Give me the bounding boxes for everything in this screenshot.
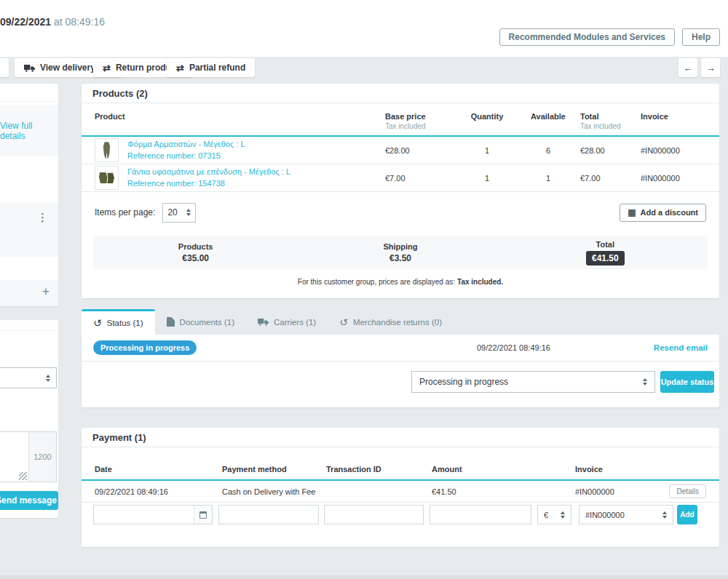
help-button[interactable]: Help <box>682 28 720 46</box>
add-discount-label: Add a discount <box>641 208 698 217</box>
history-icon: ↺ <box>93 318 102 328</box>
cell-available: 1 <box>516 174 580 183</box>
status-panel: Processing in progress 09/22/2021 08:49:… <box>82 335 719 407</box>
col-invoice-header: Invoice <box>641 112 706 121</box>
private-note-section: + <box>0 280 58 306</box>
status-badge: Processing in progress <box>93 340 197 355</box>
table-row: Γάντια υφασμάτινα με επένδυση - Μέγεθος … <box>82 164 719 192</box>
products-panel-title: Products (2) <box>82 84 719 103</box>
add-payment-row: € #IN000000 Add <box>82 505 719 524</box>
add-payment-button[interactable]: Add <box>677 505 697 524</box>
customer-details-section: View full details <box>0 105 58 156</box>
totals-shipping-label: Shipping <box>383 242 417 251</box>
cell-invoice: #IN000000 <box>575 487 669 496</box>
totals-products-label: Products <box>178 242 213 251</box>
products-table-header: Product Base price Tax included Quantity… <box>82 103 719 137</box>
status-select-value: Processing in progress <box>419 377 508 387</box>
payment-date-field <box>93 505 213 524</box>
col-quantity-header: Quantity <box>458 112 516 121</box>
invoice-select[interactable]: #IN000000 <box>579 505 673 524</box>
totals-shipping-value: €3.50 <box>389 253 411 263</box>
tab-documents-label: Documents (1) <box>180 318 234 327</box>
address-section: ⋮ <box>0 202 58 257</box>
order-toolbar: View delivery slip ⇄ Return products ⇄ P… <box>0 58 728 79</box>
next-order-button[interactable]: → <box>701 58 720 77</box>
partial-refund-button[interactable]: ⇄ Partial refund <box>167 58 255 77</box>
tab-merchandise-returns[interactable]: ↺ Merchandise returns (0) <box>328 309 454 335</box>
cell-invoice: #IN000000 <box>641 174 706 183</box>
view-full-details-link[interactable]: View full details <box>0 121 58 141</box>
plus-icon[interactable]: + <box>42 284 50 299</box>
messages-panel: 1200 Send message <box>0 320 58 518</box>
product-reference-link[interactable]: Reference number: 07315 <box>127 151 245 162</box>
tab-carriers[interactable]: Carriers (1) <box>246 309 328 335</box>
page-header: 09/22/2021 at 08:49:16 Recommended Modul… <box>0 0 728 57</box>
cell-available: 6 <box>516 146 580 155</box>
right-arrow-icon: → <box>706 63 716 73</box>
transaction-id-input[interactable] <box>324 505 424 524</box>
document-icon <box>167 317 175 327</box>
toolbar-cutoff-button[interactable] <box>0 58 9 77</box>
currency-select[interactable]: € <box>537 505 571 524</box>
product-reference-link[interactable]: Reference number: 154738 <box>127 178 290 190</box>
product-name-link[interactable]: Γάντια υφασμάτινα με επένδυση - Μέγεθος … <box>127 167 290 178</box>
customer-panel-header <box>0 84 58 102</box>
select-stepper-icon <box>662 511 667 519</box>
col-total-sub: Tax included <box>580 122 641 130</box>
payment-details-button[interactable]: Details <box>669 484 706 498</box>
col-base-price-header: Base price <box>385 112 458 121</box>
items-per-page-select[interactable]: 20 <box>162 203 196 223</box>
table-row: 09/22/2021 08:49:16 Cash on Delivery wit… <box>82 481 719 503</box>
left-arrow-icon: ← <box>684 63 693 73</box>
update-status-button[interactable]: Update status <box>660 371 714 393</box>
totals-total-label: Total <box>596 240 614 249</box>
order-date: 09/22/2021 <box>0 16 51 28</box>
product-thumbnail <box>95 138 119 162</box>
cell-quantity: 1 <box>458 146 516 155</box>
payment-panel: Payment (1) Date Payment method Transact… <box>82 428 719 547</box>
calendar-button[interactable] <box>194 506 212 524</box>
order-time: 08:49:16 <box>66 16 106 28</box>
return-arrow-icon: ↺ <box>339 317 348 327</box>
grid-icon: ▦ <box>628 208 636 217</box>
payment-panel-title: Payment (1) <box>82 428 719 447</box>
invoice-select-value: #IN000000 <box>585 511 625 519</box>
resend-email-link[interactable]: Resend email <box>654 343 708 352</box>
payment-date-input[interactable] <box>94 506 194 524</box>
tax-display-note: For this customer group, prices are disp… <box>82 278 719 286</box>
resize-handle-icon[interactable] <box>19 472 27 480</box>
status-select[interactable]: Processing in progress <box>411 371 655 393</box>
message-template-select[interactable] <box>0 367 57 388</box>
order-date-at: at <box>54 16 63 28</box>
product-name-link[interactable]: Φόρμα Αρματιστών - Μέγεθος : L <box>127 139 245 151</box>
amount-input[interactable] <box>430 505 531 524</box>
recommended-modules-button[interactable]: Recommended Modules and Services <box>499 28 675 46</box>
tab-status-label: Status (1) <box>107 319 143 327</box>
cell-base-price: €7.00 <box>385 174 458 183</box>
tab-documents[interactable]: Documents (1) <box>155 309 246 335</box>
message-char-counter: 1200 <box>29 432 56 482</box>
message-textarea[interactable] <box>0 432 29 482</box>
col-invoice-header: Invoice <box>575 465 706 474</box>
bottom-edge <box>0 575 728 579</box>
product-thumbnail <box>95 166 119 190</box>
exchange-arrows-icon: ⇄ <box>176 63 184 73</box>
cell-amount: €41.50 <box>432 487 575 496</box>
kebab-menu-icon[interactable]: ⋮ <box>37 211 48 224</box>
previous-order-button[interactable]: ← <box>678 58 697 77</box>
col-available-header: Available <box>516 112 580 121</box>
status-date: 09/22/2021 08:49:16 <box>477 343 550 352</box>
cell-total: €7.00 <box>580 174 641 183</box>
cell-payment-date: 09/22/2021 08:49:16 <box>95 487 222 496</box>
totals-total-value: €41.50 <box>586 251 625 265</box>
payment-method-input[interactable] <box>218 505 319 524</box>
add-discount-button[interactable]: ▦ Add a discount <box>620 204 706 222</box>
cell-quantity: 1 <box>458 174 516 183</box>
tab-status[interactable]: ↺ Status (1) <box>82 309 155 335</box>
order-totals: Products €35.00 Shipping €3.50 Total €41… <box>93 236 708 269</box>
cell-invoice: #IN000000 <box>641 146 706 155</box>
messages-panel-header <box>0 320 58 331</box>
order-tabs: ↺ Status (1) Documents (1) Carriers (1) … <box>82 309 454 335</box>
send-message-button[interactable]: Send message <box>0 491 58 510</box>
truck-icon <box>24 64 35 72</box>
